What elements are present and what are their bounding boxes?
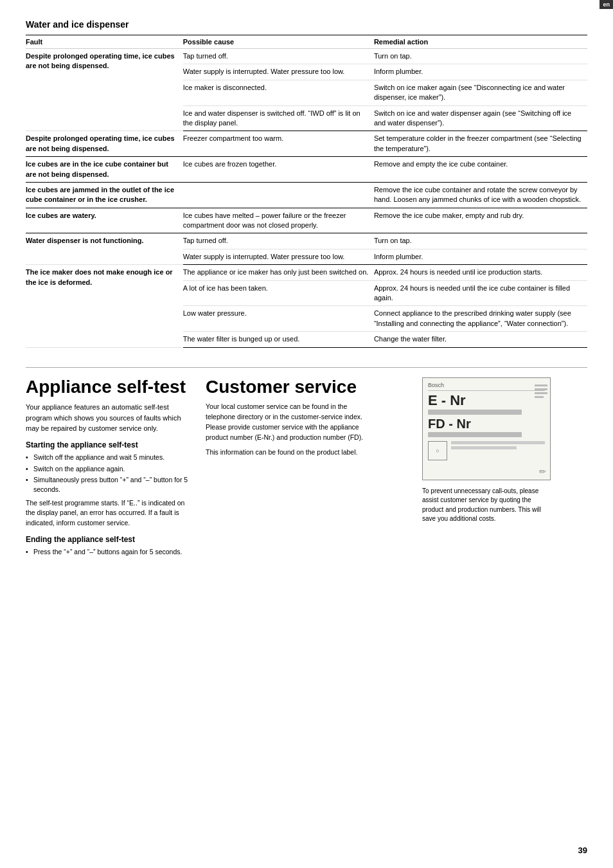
fault-cell: Despite prolonged operating time, ice cu…: [26, 49, 183, 131]
fault-cell: The ice maker does not make enough ice o…: [26, 265, 183, 347]
starting-heading: Starting the appliance self-test: [26, 440, 193, 449]
product-label-image: Bosch E - Nr FD - Nr ○: [422, 377, 551, 480]
fault-cell: Ice cubes are in the ice cube container …: [26, 157, 183, 183]
cause-cell: Freezer compartment too warm.: [183, 131, 374, 157]
label-brand: Bosch: [428, 382, 545, 391]
page-number: 39: [578, 845, 587, 855]
label-caption: To prevent unnecessary call-outs, please…: [422, 487, 551, 524]
action-cell: Approx. 24 hours is needed until ice pro…: [374, 265, 587, 280]
customer-service-column: Customer service Your local customer ser…: [206, 377, 373, 559]
label-edit-icon: ✏: [539, 467, 546, 476]
action-cell: Switch on ice and water dispenser again …: [374, 105, 587, 131]
self-test-body: The self-test programme starts. If “E..”…: [26, 498, 193, 529]
action-cell: Approx. 24 hours is needed until the ice…: [374, 280, 587, 306]
cause-cell: Water supply is interrupted. Water press…: [183, 64, 374, 80]
customer-service-body2: This information can be found on the pro…: [206, 448, 373, 458]
action-cell: Set temperature colder in the freezer co…: [374, 131, 587, 157]
col-header-cause: Possible cause: [183, 35, 374, 49]
section-divider: [26, 367, 587, 368]
cause-cell: Water supply is interrupted. Water press…: [183, 249, 374, 264]
action-cell: Change the water filter.: [374, 332, 587, 347]
action-cell: Inform plumber.: [374, 64, 587, 80]
cause-cell: Tap turned off.: [183, 49, 374, 64]
label-enr: E - Nr: [428, 393, 545, 408]
fault-cell: Water dispenser is not functioning.: [26, 233, 183, 265]
action-cell: Inform plumber.: [374, 249, 587, 264]
action-cell: Remove and empty the ice cube container.: [374, 157, 587, 183]
bullet-item: Switch on the appliance again.: [26, 464, 193, 474]
cause-cell: Tap turned off.: [183, 233, 374, 249]
bottom-section: Appliance self-test Your appliance featu…: [26, 377, 587, 559]
col-header-fault: Fault: [26, 35, 183, 49]
fault-cell: Despite prolonged operating time, ice cu…: [26, 131, 183, 157]
action-cell: Connect appliance to the prescribed drin…: [374, 306, 587, 332]
customer-service-body: Your local customer service can be found…: [206, 402, 373, 442]
cause-cell: Ice and water dispenser is switched off.…: [183, 105, 374, 131]
product-label-column: Bosch E - Nr FD - Nr ○: [386, 377, 587, 559]
label-fdnr: FD - Nr: [428, 417, 545, 430]
appliance-self-test-column: Appliance self-test Your appliance featu…: [26, 377, 193, 559]
cause-cell: Ice cubes are frozen together.: [183, 157, 374, 183]
self-test-intro: Your appliance features an automatic sel…: [26, 402, 193, 434]
cause-cell: Ice cubes have melted – power failure or…: [183, 208, 374, 233]
ending-bullets: Press the “+” and “–” buttons again for …: [26, 547, 193, 557]
action-cell: Remove the ice cube maker, empty and rub…: [374, 208, 587, 233]
bullet-item: Simultaneously press button “+” and “–” …: [26, 475, 193, 494]
action-cell: Remove the ice cube container and rotate…: [374, 182, 587, 208]
cause-cell: Ice maker is disconnected.: [183, 80, 374, 105]
cause-cell: A lot of ice has been taken.: [183, 280, 374, 306]
action-cell: Switch on ice maker again (see “Disconne…: [374, 80, 587, 105]
action-cell: Turn on tap.: [374, 49, 587, 64]
cause-cell: [183, 182, 374, 208]
col-header-action: Remedial action: [374, 35, 587, 49]
cause-cell: The water filter is bunged up or used.: [183, 332, 374, 347]
starting-bullets: Switch off the appliance and wait 5 minu…: [26, 453, 193, 494]
bullet-item: Press the “+” and “–” buttons again for …: [26, 547, 193, 557]
fault-table: Fault Possible cause Remedial action Des…: [26, 35, 587, 348]
label-decoration: [535, 384, 547, 398]
self-test-title: Appliance self-test: [26, 377, 193, 397]
fault-cell: Ice cubes are jammed in the outlet of th…: [26, 182, 183, 208]
language-badge: en: [600, 0, 613, 9]
cause-cell: The appliance or ice maker has only just…: [183, 265, 374, 280]
label-icon-circle: ○: [428, 441, 447, 460]
cause-cell: Low water pressure.: [183, 306, 374, 332]
section-title: Water and ice dispenser: [26, 19, 587, 30]
customer-service-title: Customer service: [206, 377, 373, 397]
ending-heading: Ending the appliance self-test: [26, 535, 193, 544]
fault-cell: Ice cubes are watery.: [26, 208, 183, 233]
bullet-item: Switch off the appliance and wait 5 minu…: [26, 453, 193, 462]
action-cell: Turn on tap.: [374, 233, 587, 249]
